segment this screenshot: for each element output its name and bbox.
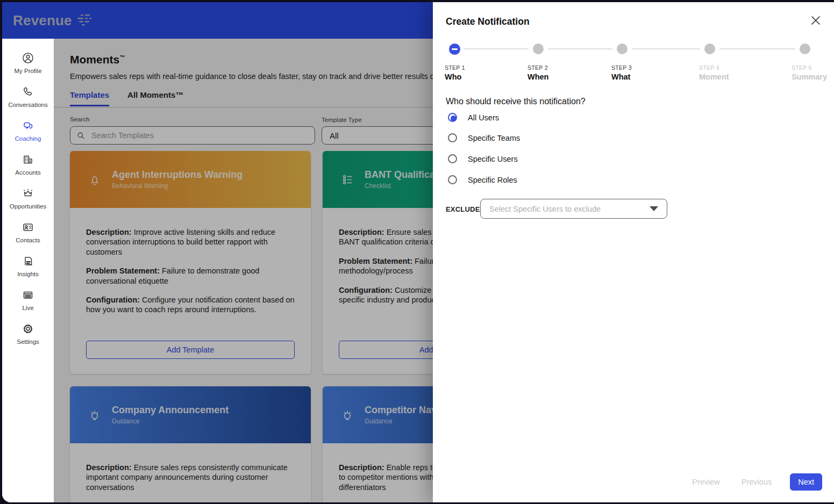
next-button[interactable]: Next	[790, 473, 822, 491]
radio-option-specific-users[interactable]: Specific Users	[448, 154, 518, 163]
radio-option-specific-teams[interactable]: Specific Teams	[448, 133, 520, 142]
sidebar-item-label: Opportunities	[10, 203, 46, 210]
sidebar-item-insights[interactable]: Insights	[2, 251, 54, 285]
close-icon[interactable]	[809, 14, 822, 27]
radio-option-specific-roles[interactable]: Specific Roles	[448, 175, 517, 184]
step-3-label: STEP 3 What	[611, 64, 644, 81]
radio-unselected-icon	[448, 154, 457, 163]
sidebar-item-conversations[interactable]: Conversations	[2, 82, 54, 116]
exclude-users-select[interactable]: Select Specific Users to exclude	[480, 199, 667, 219]
sidebar-item-my-profile[interactable]: My Profile	[2, 48, 54, 82]
gear-icon	[22, 322, 34, 335]
radio-selected-icon	[448, 113, 457, 122]
step-1-label: STEP 1 Who	[445, 64, 477, 81]
chevron-down-icon	[650, 206, 658, 211]
step-3-circle[interactable]	[617, 44, 628, 54]
sidebar-item-label: My Profile	[14, 68, 41, 74]
step-4-label: STEP 4 Moment	[699, 64, 731, 81]
modal-title: Create Notification	[446, 16, 530, 27]
phone-icon	[22, 85, 34, 98]
recipient-question: Who should receive this notification?	[446, 97, 586, 106]
sidebar-item-label: Coaching	[15, 135, 41, 142]
step-2-circle[interactable]	[533, 44, 544, 54]
previous-button[interactable]: Previous	[738, 477, 775, 487]
sidebar-item-settings[interactable]: Settings	[2, 319, 54, 353]
step-connector	[719, 48, 795, 49]
sidebar-item-label: Live	[22, 305, 33, 311]
report-icon	[22, 255, 34, 268]
sidebar-item-opportunities[interactable]: Opportunities	[2, 184, 54, 218]
crown-icon	[22, 187, 34, 200]
step-connector	[464, 48, 529, 49]
profile-icon	[22, 52, 34, 64]
step-connector	[632, 48, 700, 49]
exclude-placeholder: Select Specific Users to exclude	[489, 205, 650, 213]
radio-option-all-users[interactable]: All Users	[448, 113, 499, 122]
sidebar-item-label: Settings	[17, 339, 39, 345]
step-5-label: STEP 5 Summary	[792, 64, 827, 81]
sidebar-item-label: Conversations	[8, 102, 48, 108]
step-4-circle[interactable]	[704, 44, 715, 54]
exclude-label: EXCLUDE	[446, 205, 480, 213]
sidebar-nav: My Profile Conversations Coaching Accoun…	[2, 39, 54, 502]
sidebar-item-label: Contacts	[16, 237, 40, 243]
buildings-icon	[22, 153, 34, 166]
sidebar-item-accounts[interactable]: Accounts	[2, 150, 54, 184]
sidebar-item-label: Insights	[17, 271, 39, 277]
chat-bubbles-icon	[22, 119, 34, 132]
preview-button[interactable]: Preview	[689, 477, 723, 487]
contact-card-icon	[22, 221, 34, 234]
sidebar-item-contacts[interactable]: Contacts	[2, 218, 54, 251]
step-5-circle[interactable]	[800, 44, 810, 54]
step-connector	[548, 48, 612, 49]
create-notification-modal: Create Notification STEP 1 Who STEP 2 Wh…	[433, 2, 834, 502]
step-1-circle[interactable]	[449, 44, 460, 55]
step-2-label: STEP 2 When	[528, 64, 560, 81]
newspaper-icon	[22, 289, 34, 301]
radio-unselected-icon	[448, 133, 457, 142]
app-window: Revenue My Profile Conversa	[2, 2, 834, 502]
modal-footer: Preview Previous Next	[689, 473, 822, 491]
radio-unselected-icon	[448, 175, 457, 184]
sidebar-item-label: Accounts	[15, 169, 40, 176]
sidebar-item-coaching[interactable]: Coaching	[2, 116, 54, 150]
sidebar-item-live[interactable]: Live	[2, 285, 54, 319]
